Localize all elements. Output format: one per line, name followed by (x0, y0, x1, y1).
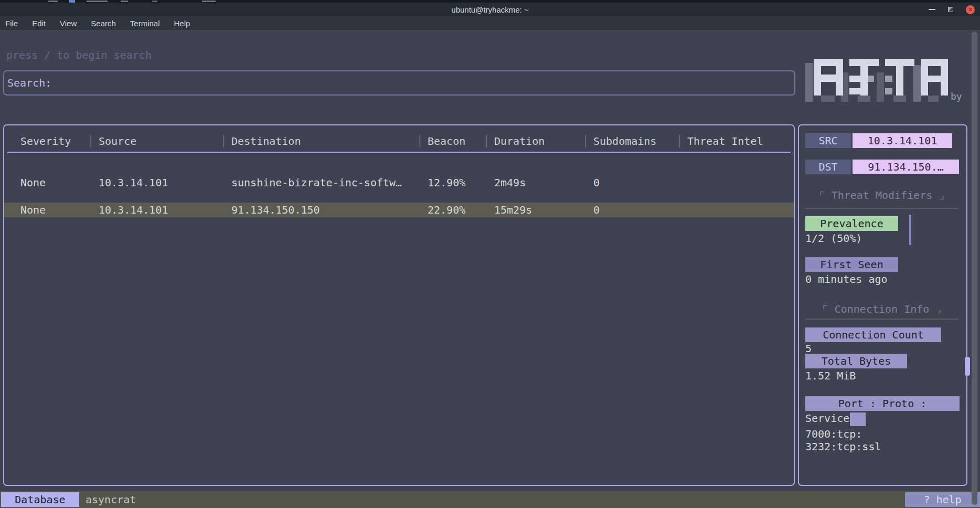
close-icon[interactable]: ✕ (966, 5, 975, 14)
connection-info-title: ⌜ Connection Info ⌟ (804, 303, 960, 315)
search-hint: press / to begin search (6, 49, 152, 61)
cell-subdomains: 0 (593, 203, 687, 217)
statusbar: Database asyncrat ? help (0, 491, 980, 508)
prevalence-value: 1/2 (50%) (805, 232, 862, 245)
search-input[interactable]: Search: (3, 70, 795, 96)
table-row[interactable]: None 10.3.14.101 sunshine-bizrate-inc-so… (4, 175, 794, 190)
window-title: ubuntu@tryhackme: ~ (451, 5, 528, 14)
restore-icon[interactable] (948, 7, 953, 12)
detail-panel: SRC10.3.14.101 DST91.134.150.… ⌜ Threat … (798, 124, 967, 486)
cell-severity: None (20, 203, 99, 217)
menu-edit[interactable]: Edit (32, 19, 46, 28)
cell-threat-intel (687, 175, 794, 190)
window-fragment (121, 1, 128, 2)
detail-panel-scroll-indicator[interactable] (965, 357, 970, 376)
help-button[interactable]: ? help (905, 492, 980, 507)
col-destination: Destination (231, 134, 428, 149)
cell-source: 10.3.14.101 (99, 175, 231, 190)
titlebar: ubuntu@tryhackme: ~ (0, 3, 980, 16)
cell-subdomains: 0 (593, 175, 687, 190)
total-bytes-value: 1.52 MiB (805, 369, 856, 382)
minimize-icon[interactable] (929, 9, 935, 10)
prevalence-badge: Prevalence (805, 216, 898, 231)
port-proto-badge: Port : Proto : (805, 396, 960, 411)
cell-duration: 2m49s (494, 175, 593, 190)
col-duration: Duration (494, 134, 593, 149)
menu-view[interactable]: View (60, 19, 77, 28)
menu-file[interactable]: File (5, 19, 18, 28)
database-badge: Database (1, 492, 79, 507)
table-row-selected[interactable]: None 10.3.14.101 91.134.150.150 22.90% 1… (4, 203, 794, 217)
logo-byline: by (951, 91, 962, 102)
window-fragment (87, 1, 108, 2)
port-proto-value: 7000:tcp: (805, 428, 862, 440)
connection-count-value: 5 (805, 342, 812, 355)
cell-beacon: 22.90% (428, 203, 494, 217)
menu-terminal[interactable]: Terminal (130, 19, 160, 28)
cell-beacon: 12.90% (428, 175, 494, 190)
col-threat-intel: Threat Intel (687, 134, 794, 149)
modifier-scrollbar[interactable] (909, 215, 911, 245)
first-seen-value: 0 minutes ago (805, 273, 888, 285)
menu-help[interactable]: Help (174, 19, 190, 28)
divider (805, 208, 958, 209)
col-subdomains: Subdomains (593, 134, 687, 149)
cell-duration: 15m29s (494, 203, 593, 217)
src-label: SRC (805, 133, 851, 148)
header-underline (7, 152, 791, 153)
terminal-content: press / to begin search Search: (0, 30, 980, 491)
threat-modifiers-title: ⌜ Threat Modifiers ⌟ (804, 189, 960, 202)
col-severity: Severity (20, 134, 99, 149)
window-fragment (48, 1, 58, 2)
first-seen-badge: First Seen (805, 257, 898, 272)
port-proto-badge-wrap: Service (805, 412, 866, 426)
menu-search[interactable]: Search (91, 19, 116, 28)
cell-threat-intel (687, 203, 794, 217)
connection-count-badge: Connection Count (805, 327, 941, 342)
dst-label: DST (805, 160, 851, 174)
rita-logo (805, 59, 948, 102)
col-source: Source (99, 134, 231, 149)
src-value: 10.3.14.101 (853, 133, 952, 148)
divider (805, 319, 958, 320)
search-label: Search: (7, 77, 51, 89)
window-fragment (152, 1, 157, 2)
dst-value: 91.134.150.… (853, 160, 959, 174)
badge-wrap-block (850, 412, 866, 426)
terminal-scrollbar[interactable] (972, 31, 977, 505)
database-name: asyncrat (86, 492, 136, 507)
port-proto-value: 3232:tcp:ssl (805, 440, 881, 453)
results-panel: Severity Source Destination Beacon Durat… (3, 124, 795, 486)
cell-destination: 91.134.150.150 (231, 203, 428, 217)
menubar: File Edit View Search Terminal Help (0, 16, 980, 30)
window-fragment (202, 1, 216, 2)
cell-destination: sunshine-bizrate-inc-softw… (231, 175, 428, 190)
table-header: Severity Source Destination Beacon Durat… (4, 134, 794, 149)
total-bytes-badge: Total Bytes (805, 354, 907, 368)
cell-severity: None (20, 175, 99, 190)
port-proto-service-label: Service (805, 412, 849, 425)
cell-source: 10.3.14.101 (99, 203, 231, 217)
